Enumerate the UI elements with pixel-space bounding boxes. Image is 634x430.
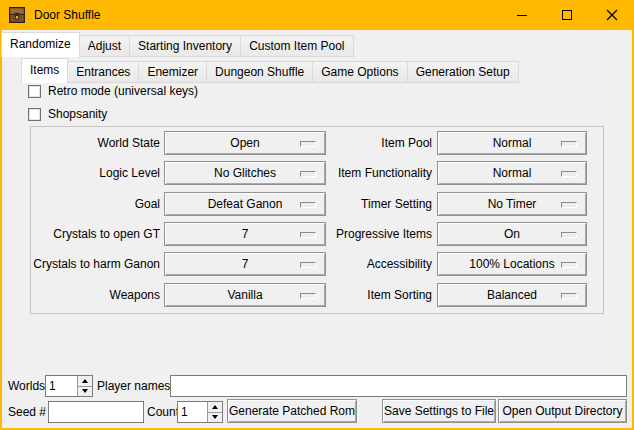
dropdown-indicator-icon xyxy=(561,171,577,177)
goal-label: Goal xyxy=(25,192,160,216)
item-sorting-label: Item Sorting xyxy=(295,283,432,307)
dropdown-indicator-icon xyxy=(561,262,577,268)
item-pool-dropdown[interactable]: Normal xyxy=(437,131,587,155)
timer-setting-dropdown[interactable]: No Timer xyxy=(437,192,587,216)
item-functionality-value: Normal xyxy=(493,166,532,180)
tab-generation-setup[interactable]: Generation Setup xyxy=(407,61,519,83)
progressive-items-dropdown[interactable]: On xyxy=(437,222,587,246)
tab-entrances[interactable]: Entrances xyxy=(67,61,139,83)
arrow-up-icon xyxy=(82,379,88,383)
dropdown-indicator-icon xyxy=(561,232,577,238)
world-state-value: Open xyxy=(230,136,259,150)
tab-dungeon-shuffle[interactable]: Dungeon Shuffle xyxy=(206,61,313,83)
caption-buttons xyxy=(499,0,634,30)
count-input[interactable] xyxy=(178,402,207,422)
item-sorting-value: Balanced xyxy=(487,288,537,302)
count-label: Count xyxy=(147,401,179,423)
tab-custom-item-pool[interactable]: Custom Item Pool xyxy=(240,35,353,57)
dropdown-indicator-icon xyxy=(561,202,577,208)
tab-randomize[interactable]: Randomize xyxy=(1,32,80,57)
app-window: Door Shuffle Randomize Adjust Starting I… xyxy=(0,0,634,430)
tab-adjust[interactable]: Adjust xyxy=(79,35,130,57)
worlds-spin-down-button[interactable] xyxy=(78,387,92,397)
open-output-directory-button[interactable]: Open Output Directory xyxy=(498,399,627,423)
accessibility-value: 100% Locations xyxy=(469,257,554,271)
retro-mode-checkbox-row: Retro mode (universal keys) xyxy=(28,84,198,98)
maximize-button[interactable] xyxy=(544,0,589,30)
close-icon xyxy=(606,9,618,21)
minimize-button[interactable] xyxy=(499,0,544,30)
window-title: Door Shuffle xyxy=(34,8,101,22)
worlds-spinbox xyxy=(45,375,93,397)
progressive-items-value: On xyxy=(504,227,520,241)
item-pool-value: Normal xyxy=(493,136,532,150)
retro-mode-checkbox[interactable] xyxy=(28,85,41,98)
treasure-chest-icon xyxy=(8,6,26,24)
dropdown-indicator-icon xyxy=(561,293,577,299)
worlds-label: Worlds xyxy=(8,375,45,397)
accessibility-dropdown[interactable]: 100% Locations xyxy=(437,252,587,276)
goal-value: Defeat Ganon xyxy=(208,197,283,211)
item-pool-label: Item Pool xyxy=(295,131,432,155)
dropdown-indicator-icon xyxy=(561,141,577,147)
player-names-label: Player names xyxy=(97,375,170,397)
count-spin-down-button[interactable] xyxy=(208,413,222,423)
timer-setting-label: Timer Setting xyxy=(295,192,432,216)
crystals-gt-label: Crystals to open GT xyxy=(25,222,160,246)
arrow-down-icon xyxy=(212,415,218,419)
count-spin-up-button[interactable] xyxy=(208,402,222,413)
tab-game-options[interactable]: Game Options xyxy=(312,61,407,83)
shopsanity-label: Shopsanity xyxy=(48,107,107,121)
titlebar[interactable]: Door Shuffle xyxy=(0,0,634,30)
seed-input[interactable] xyxy=(48,401,144,423)
weapons-label: Weapons xyxy=(25,283,160,307)
tab-enemizer[interactable]: Enemizer xyxy=(138,61,207,83)
progressive-items-label: Progressive Items xyxy=(295,222,432,246)
generate-patched-rom-button[interactable]: Generate Patched Rom xyxy=(227,399,357,423)
crystals-gt-value: 7 xyxy=(242,227,249,241)
item-functionality-label: Item Functionality xyxy=(295,161,432,185)
worlds-spin-buttons xyxy=(77,376,92,396)
minimize-icon xyxy=(516,9,528,21)
player-names-input[interactable] xyxy=(170,375,627,397)
seed-label: Seed # xyxy=(8,401,46,423)
arrow-up-icon xyxy=(212,405,218,409)
save-settings-button[interactable]: Save Settings to File xyxy=(382,399,496,423)
item-sorting-dropdown[interactable]: Balanced xyxy=(437,283,587,307)
tab-items[interactable]: Items xyxy=(21,58,68,83)
retro-mode-label: Retro mode (universal keys) xyxy=(48,84,198,98)
crystals-ganon-label: Crystals to harm Ganon xyxy=(25,252,160,276)
tab-starting-inventory[interactable]: Starting Inventory xyxy=(129,35,241,57)
sub-tab-bar: Items Entrances Enemizer Dungeon Shuffle… xyxy=(21,58,519,83)
logic-level-label: Logic Level xyxy=(25,161,160,185)
count-spinbox xyxy=(177,401,223,423)
main-tab-bar: Randomize Adjust Starting Inventory Cust… xyxy=(1,32,354,57)
accessibility-label: Accessibility xyxy=(295,252,432,276)
worlds-input[interactable] xyxy=(46,376,77,396)
arrow-down-icon xyxy=(82,389,88,393)
item-functionality-dropdown[interactable]: Normal xyxy=(437,161,587,185)
worlds-spin-up-button[interactable] xyxy=(78,376,92,387)
shopsanity-checkbox[interactable] xyxy=(28,108,41,121)
weapons-value: Vanilla xyxy=(227,288,262,302)
logic-level-value: No Glitches xyxy=(214,166,276,180)
timer-setting-value: No Timer xyxy=(488,197,537,211)
world-state-label: World State xyxy=(25,131,160,155)
close-button[interactable] xyxy=(589,0,634,30)
crystals-ganon-value: 7 xyxy=(242,257,249,271)
shopsanity-checkbox-row: Shopsanity xyxy=(28,107,107,121)
count-spin-buttons xyxy=(207,402,222,422)
maximize-icon xyxy=(561,9,573,21)
